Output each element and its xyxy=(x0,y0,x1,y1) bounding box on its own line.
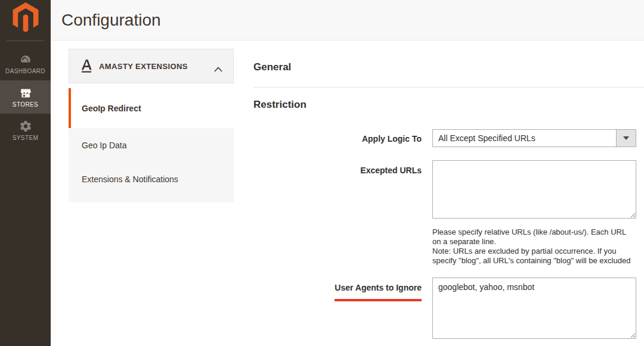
chevron-down-icon xyxy=(623,136,629,140)
excepted-urls-label: Excepted URLs xyxy=(253,160,422,266)
sidebar-item-dashboard[interactable]: DASHBOARD xyxy=(0,47,51,80)
config-section-nav: AMASTY EXTENSIONS GeoIp Redirect Geo Ip … xyxy=(69,49,234,202)
gear-icon xyxy=(18,120,33,133)
config-nav-items: GeoIp Redirect Geo Ip Data Extensions & … xyxy=(69,88,234,202)
user-agents-label: User Agents to Ignore xyxy=(253,278,422,341)
section-heading-restriction: Restriction xyxy=(253,99,644,110)
config-nav-item-geoip-redirect[interactable]: GeoIp Redirect xyxy=(69,88,234,128)
page-header: Configuration xyxy=(51,0,644,40)
form-row-apply-logic-to: Apply Logic To All Except Specified URLs xyxy=(253,129,644,147)
config-form: General Restriction Apply Logic To All E… xyxy=(253,40,644,341)
user-agents-label-text: User Agents to Ignore xyxy=(335,283,422,301)
config-nav-item-label: GeoIp Redirect xyxy=(82,104,141,113)
config-nav-item-label: Geo Ip Data xyxy=(82,141,127,150)
form-row-user-agents: User Agents to Ignore googlebot, yahoo, … xyxy=(253,278,644,341)
sidebar-item-stores[interactable]: STORES xyxy=(0,80,51,114)
sidebar-item-label: STORES xyxy=(13,101,38,108)
page-title: Configuration xyxy=(51,11,161,30)
config-nav-item-label: Extensions & Notifications xyxy=(82,174,178,184)
dashboard-gauge-icon xyxy=(18,53,33,66)
config-nav-section-amasty-extensions[interactable]: AMASTY EXTENSIONS xyxy=(69,49,234,83)
excepted-urls-textarea[interactable] xyxy=(432,160,636,219)
chevron-up-icon[interactable] xyxy=(214,64,222,69)
section-heading-general: General xyxy=(253,40,644,88)
apply-logic-to-select[interactable]: All Except Specified URLs xyxy=(432,129,636,147)
note-line-2: Note: URLs are excluded by partial occur… xyxy=(432,247,636,266)
sidebar-item-label: SYSTEM xyxy=(13,135,39,141)
storefront-icon xyxy=(18,86,33,99)
user-agents-textarea[interactable]: googlebot, yahoo, msnbot xyxy=(432,278,636,339)
note-line-1: Please specify relative URLs (like /abou… xyxy=(432,227,636,247)
sidebar-item-label: DASHBOARD xyxy=(5,68,45,74)
form-row-excepted-urls: Excepted URLs Please specify relative UR… xyxy=(253,160,644,266)
select-dropdown-button[interactable] xyxy=(616,130,636,146)
admin-sidebar: DASHBOARD STORES SYSTEM xyxy=(0,0,51,346)
magento-logo[interactable] xyxy=(0,0,51,40)
apply-logic-to-label: Apply Logic To xyxy=(253,129,422,147)
apply-logic-to-value: All Except Specified URLs xyxy=(433,130,616,146)
config-nav-item-geo-ip-data[interactable]: Geo Ip Data xyxy=(69,128,234,162)
sidebar-divider xyxy=(7,40,44,41)
amasty-logo-icon xyxy=(80,59,93,73)
config-nav-item-extensions-notifications[interactable]: Extensions & Notifications xyxy=(69,162,234,202)
config-nav-section-label: AMASTY EXTENSIONS xyxy=(99,62,214,71)
excepted-urls-note: Please specify relative URLs (like /abou… xyxy=(432,227,636,266)
sidebar-item-system[interactable]: SYSTEM xyxy=(0,114,51,147)
magento-logo-icon xyxy=(13,6,39,35)
